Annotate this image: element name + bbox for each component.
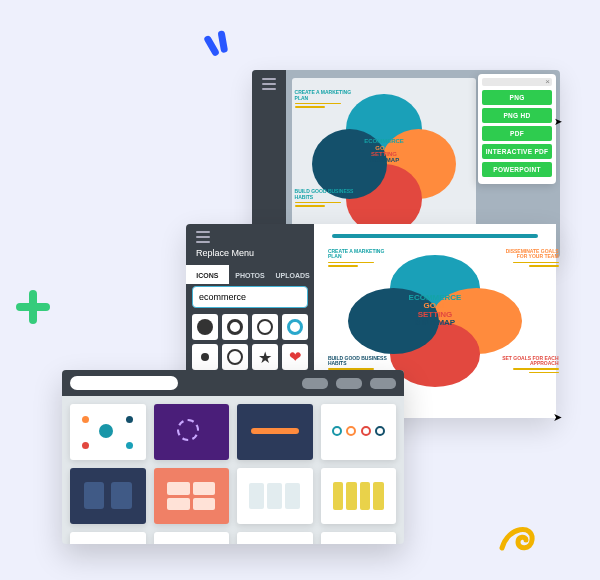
node-top: CREATE A MARKETING PLAN [328,249,390,269]
icon-search[interactable] [192,286,308,308]
node-left: BUILD GOOD BUSINESS HABITS [295,189,357,209]
template-thumb[interactable] [321,404,397,460]
canvas-header-bar [332,234,538,238]
search-input[interactable] [199,292,311,302]
template-thumb[interactable] [70,404,146,460]
decoration-plus [16,290,50,324]
replace-tabs: ICONS PHOTOS UPLOADS [186,265,314,284]
node-right: DISSEMINATE GOALS FOR YOUR TEAM [497,249,559,269]
template-thumb[interactable] [321,532,397,544]
mindmap-title: ECOMMERCE GOAL SETTING MIND MAP [394,294,476,328]
export-option-pnghd[interactable]: PNG HD [482,108,552,123]
gallery-toolbar [62,370,404,396]
hamburger-icon[interactable] [196,231,210,246]
replace-panel-title: Replace Menu [196,248,304,258]
toolbar-pill[interactable] [370,378,396,389]
template-thumb[interactable] [237,468,313,524]
template-thumb[interactable] [70,468,146,524]
node-top: CREATE A MARKETING PLAN [295,90,357,110]
icon-option[interactable] [222,344,248,370]
icon-option[interactable] [192,344,218,370]
heart-icon: ❤ [289,348,302,366]
icon-option[interactable] [192,314,218,340]
template-thumb[interactable] [321,468,397,524]
tab-icons[interactable]: ICONS [186,265,229,284]
icon-option[interactable]: ★ [252,344,278,370]
export-option-intpdf[interactable]: INTERACTIVE PDF [482,144,552,159]
decoration-dashes [201,28,239,66]
template-thumb[interactable] [154,404,230,460]
toolbar-pill[interactable] [336,378,362,389]
export-option-ppt[interactable]: POWERPOINT [482,162,552,177]
toolbar-pill[interactable] [302,378,328,389]
icon-option[interactable] [222,314,248,340]
decoration-swirl [498,518,540,554]
gallery-search[interactable] [70,376,178,390]
export-option-pdf[interactable]: PDF [482,126,552,141]
tab-photos[interactable]: PHOTOS [229,265,272,284]
template-thumb[interactable] [70,532,146,544]
close-icon[interactable]: × [545,77,550,86]
icon-option[interactable]: ❤ [282,344,308,370]
mindmap-title: ECOMMERCE GOAL SETTING MIND MAP [350,138,419,163]
template-thumb[interactable] [154,532,230,544]
mindmap-diagram: ECOMMERCE GOAL SETTING MIND MAP CREATE A… [298,84,470,244]
icon-grid: ★ ❤ [192,314,308,370]
star-icon: ★ [258,348,272,367]
icon-option[interactable] [282,314,308,340]
window-template-gallery [62,370,404,544]
export-menu-header: × [482,78,552,86]
tab-uploads[interactable]: UPLOADS [271,265,314,284]
cursor-icon: ➤ [553,411,562,424]
icon-option[interactable] [252,314,278,340]
export-menu: × PNG PNG HD PDF INTERACTIVE PDF POWERPO… [478,74,556,184]
template-thumb[interactable] [237,404,313,460]
template-grid [62,396,404,544]
cursor-icon: ➤ [554,116,562,127]
hamburger-icon[interactable] [262,78,276,93]
template-thumb[interactable] [154,468,230,524]
template-thumb[interactable] [237,532,313,544]
export-option-png[interactable]: PNG [482,90,552,105]
node-bottom: SET GOALS FOR EACH APPROACH [497,356,559,376]
